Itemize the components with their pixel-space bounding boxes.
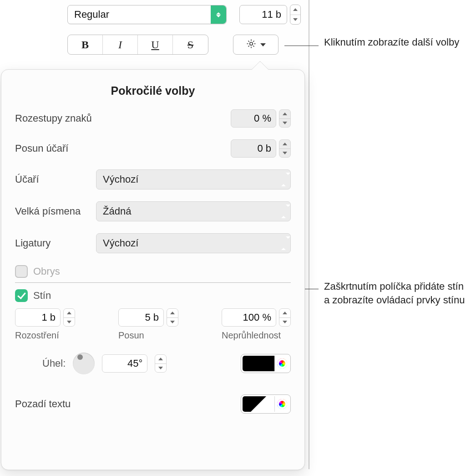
baseline-label: Účaří bbox=[15, 174, 96, 185]
bold-button[interactable]: B bbox=[68, 35, 103, 54]
svg-point-0 bbox=[250, 42, 253, 45]
row-baseline-shift: Posun účaří 0 b bbox=[15, 139, 291, 158]
chevron-up-down-icon bbox=[281, 239, 290, 248]
offset-field[interactable]: 5 b bbox=[118, 308, 164, 327]
color-picker-button[interactable] bbox=[274, 396, 289, 412]
hue-wheel-icon bbox=[277, 358, 287, 369]
blur-stepper[interactable] bbox=[63, 308, 75, 327]
text-bg-label: Pozadí textu bbox=[15, 398, 133, 410]
font-style-select[interactable]: Regular bbox=[67, 5, 227, 24]
style-row: B I U S bbox=[67, 35, 279, 55]
chevron-up-down-icon bbox=[211, 5, 226, 24]
shadow-row: Stín bbox=[15, 289, 291, 302]
color-picker-button[interactable] bbox=[274, 356, 289, 371]
baseline-shift-stepper[interactable] bbox=[279, 139, 291, 158]
hue-wheel-icon bbox=[277, 399, 287, 409]
advanced-popover: Pokročilé volby Rozestupy znaků 0 % Posu… bbox=[1, 69, 305, 470]
shadow-color-well[interactable] bbox=[241, 354, 291, 373]
char-spacing-stepper[interactable] bbox=[279, 109, 291, 128]
offset-stepper[interactable] bbox=[167, 308, 178, 327]
advanced-options-button[interactable] bbox=[233, 35, 279, 55]
font-row: Regular 11 b bbox=[67, 5, 301, 25]
callout-gear: Kliknutím zobrazíte další volby bbox=[324, 36, 461, 49]
opacity-field[interactable]: 100 % bbox=[222, 308, 276, 327]
font-size-stepper[interactable] bbox=[290, 5, 301, 25]
row-char-spacing: Rozestupy znaků 0 % bbox=[15, 109, 291, 128]
underline-button[interactable]: U bbox=[138, 35, 173, 54]
gear-icon bbox=[246, 38, 257, 51]
shadow-color-swatch bbox=[243, 356, 274, 371]
chevron-up-down-icon bbox=[281, 175, 290, 184]
baseline-shift-field[interactable]: 0 b bbox=[231, 139, 276, 158]
shadow-params: 1 b Rozostření 5 b Posun 100 % Neprůhled… bbox=[15, 308, 291, 341]
offset-label: Posun bbox=[118, 330, 144, 341]
angle-label: Úhel: bbox=[42, 358, 66, 369]
caps-label: Velká písmena bbox=[15, 205, 96, 217]
row-baseline: Účaří Výchozí bbox=[15, 169, 291, 189]
ligatures-label: Ligatury bbox=[15, 237, 96, 249]
angle-dial[interactable] bbox=[73, 353, 95, 374]
text-style-segmented: B I U S bbox=[67, 35, 208, 55]
angle-row: Úhel: 45° bbox=[15, 353, 291, 374]
angle-field[interactable]: 45° bbox=[102, 354, 147, 373]
strikethrough-button[interactable]: S bbox=[173, 35, 208, 54]
row-ligatures: Ligatury Výchozí bbox=[15, 233, 291, 253]
font-style-value: Regular bbox=[68, 9, 211, 20]
text-bg-color-well[interactable] bbox=[241, 394, 291, 414]
callout-shadow: Zaškrtnutím políčka přidáte stín a zobra… bbox=[324, 280, 465, 307]
popover-title: Pokročilé volby bbox=[15, 84, 291, 97]
outline-row: Obrys bbox=[15, 265, 291, 278]
char-spacing-field[interactable]: 0 % bbox=[231, 109, 276, 128]
text-bg-swatch bbox=[243, 396, 274, 412]
row-caps: Velká písmena Žádná bbox=[15, 201, 291, 221]
outline-label: Obrys bbox=[33, 266, 60, 277]
ligatures-select[interactable]: Výchozí bbox=[96, 233, 291, 253]
baseline-select[interactable]: Výchozí bbox=[96, 169, 291, 189]
font-size-value: 11 b bbox=[240, 9, 285, 20]
row-text-bg: Pozadí textu bbox=[15, 394, 291, 414]
font-size-field[interactable]: 11 b bbox=[239, 5, 287, 24]
blur-field[interactable]: 1 b bbox=[15, 308, 61, 327]
outline-checkbox[interactable] bbox=[15, 265, 28, 278]
angle-stepper[interactable] bbox=[155, 354, 167, 373]
caps-select[interactable]: Žádná bbox=[96, 201, 291, 221]
char-spacing-label: Rozestupy znaků bbox=[15, 113, 96, 124]
shadow-label: Stín bbox=[33, 290, 51, 302]
blur-label: Rozostření bbox=[15, 330, 59, 341]
opacity-stepper[interactable] bbox=[279, 308, 291, 327]
baseline-shift-label: Posun účaří bbox=[15, 143, 96, 154]
chevron-down-icon bbox=[260, 43, 266, 46]
shadow-checkbox[interactable] bbox=[15, 289, 28, 302]
chevron-up-down-icon bbox=[281, 207, 290, 216]
callout-leader bbox=[284, 46, 319, 46]
opacity-label: Neprůhlednost bbox=[222, 330, 281, 341]
italic-button[interactable]: I bbox=[103, 35, 138, 54]
